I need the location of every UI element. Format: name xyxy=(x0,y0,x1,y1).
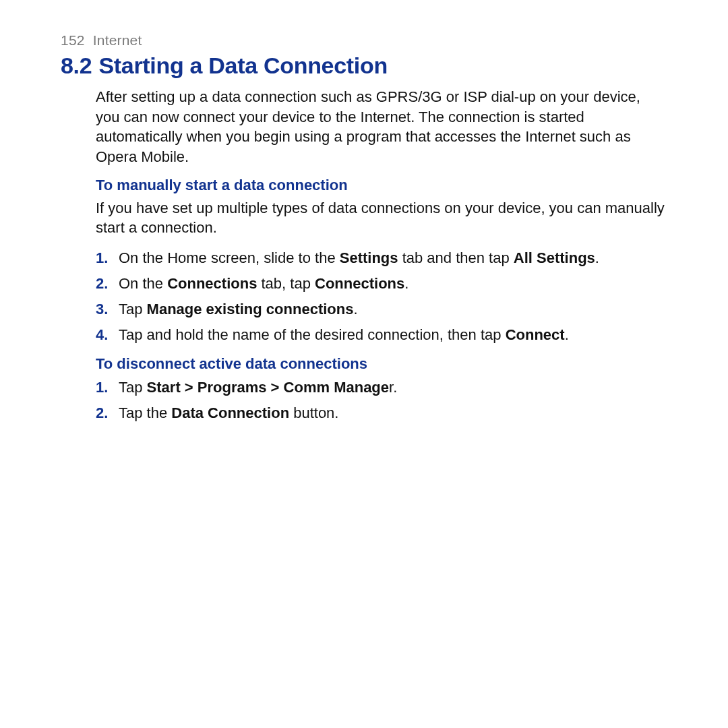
step-text: r. xyxy=(389,379,397,396)
step-item: 1. Tap Start > Programs > Comm Manager. xyxy=(96,377,667,398)
step-text: button. xyxy=(289,404,338,421)
step-text: tab, tap xyxy=(257,275,315,292)
step-bold: Settings xyxy=(340,249,398,266)
step-text: . xyxy=(595,249,599,266)
step-bold: Connections xyxy=(315,275,404,292)
step-text: Tap and hold the name of the desired con… xyxy=(119,326,506,343)
step-item: 3. Tap Manage existing connections. xyxy=(96,299,667,320)
step-bold: Manage existing connections xyxy=(147,301,354,317)
step-text: Tap xyxy=(119,301,147,317)
subheading-manual-start: To manually start a data connection xyxy=(96,177,667,194)
step-text: . xyxy=(353,301,357,317)
running-header: 152 Internet xyxy=(61,32,667,49)
step-text: Tap xyxy=(119,379,147,396)
step-item: 1. On the Home screen, slide to the Sett… xyxy=(96,247,667,269)
step-text: . xyxy=(565,326,569,343)
step-bold: Connect xyxy=(506,326,565,343)
step-text: . xyxy=(404,275,408,292)
step-item: 4. Tap and hold the name of the desired … xyxy=(96,324,667,346)
step-marker: 4. xyxy=(96,324,108,346)
step-text: On the Home screen, slide to the xyxy=(119,249,340,266)
manual-start-steps: 1. On the Home screen, slide to the Sett… xyxy=(96,247,667,346)
step-bold: All Settings xyxy=(514,249,595,266)
page: 152 Internet 8.2Starting a Data Connecti… xyxy=(0,0,728,465)
step-marker: 1. xyxy=(96,247,108,269)
step-bold: Data Connection xyxy=(171,404,289,421)
section-title: Starting a Data Connection xyxy=(98,53,388,78)
step-item: 2. Tap the Data Connection button. xyxy=(96,402,667,424)
step-marker: 1. xyxy=(96,377,108,398)
step-text: tab and then tap xyxy=(398,249,514,266)
intro-paragraph: After setting up a data connection such … xyxy=(96,87,667,167)
step-bold: Connections xyxy=(167,275,257,292)
manual-start-lead: If you have set up multiple types of dat… xyxy=(96,198,667,238)
chapter-name: Internet xyxy=(93,32,142,48)
step-item: 2. On the Connections tab, tap Connectio… xyxy=(96,273,667,295)
section-heading: 8.2Starting a Data Connection xyxy=(61,53,667,79)
section-number: 8.2 xyxy=(61,53,92,78)
disconnect-steps: 1. Tap Start > Programs > Comm Manager. … xyxy=(96,377,667,424)
subheading-disconnect: To disconnect active data connections xyxy=(96,355,667,373)
section-body: After setting up a data connection such … xyxy=(96,87,667,423)
step-bold: Start > Programs > Comm Manage xyxy=(147,379,389,396)
step-text: Tap the xyxy=(119,404,171,421)
page-number: 152 xyxy=(61,32,85,48)
step-text: On the xyxy=(119,275,167,292)
step-marker: 3. xyxy=(96,299,108,320)
step-marker: 2. xyxy=(96,402,108,424)
step-marker: 2. xyxy=(96,273,108,295)
